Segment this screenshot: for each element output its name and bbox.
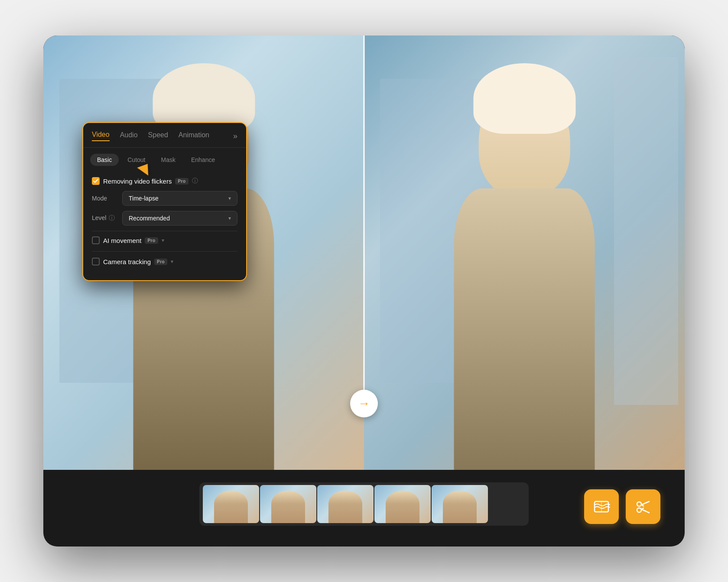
ai-movement-checkbox[interactable] xyxy=(92,236,100,244)
camera-tracking-checkbox[interactable] xyxy=(92,258,100,265)
removing-flickers-info-icon[interactable]: ⓘ xyxy=(192,177,198,185)
tab-animation[interactable]: Animation xyxy=(179,131,209,141)
timeline-thumb-5[interactable] xyxy=(432,485,488,523)
sub-tab-cutout[interactable]: Cutout xyxy=(120,154,152,166)
video-right-panel xyxy=(364,36,685,470)
svg-line-7 xyxy=(641,508,644,509)
level-select[interactable]: Recommended ▾ xyxy=(122,211,237,226)
timeline-thumb-2[interactable] xyxy=(260,485,316,523)
scissors-icon xyxy=(634,498,652,515)
svg-point-3 xyxy=(637,508,641,512)
arrow-right-icon: → xyxy=(358,397,370,411)
camera-tracking-row: Camera tracking Pro ▾ xyxy=(92,258,237,265)
more-tabs-button[interactable]: » xyxy=(233,132,237,141)
mode-label: Mode xyxy=(92,195,118,202)
camera-tracking-pro-badge: Pro xyxy=(154,259,167,265)
cut-button[interactable] xyxy=(626,489,660,524)
panel-tabs: Video Audio Speed Animation » xyxy=(83,123,246,148)
mode-chevron-icon: ▾ xyxy=(228,195,231,201)
timeline-strip[interactable] xyxy=(199,482,529,526)
ai-movement-label: AI movement xyxy=(103,237,141,244)
mode-select[interactable]: Time-lapse ▾ xyxy=(122,191,237,206)
enhance-button[interactable] xyxy=(584,489,619,524)
level-label-text: Level xyxy=(92,214,106,221)
ai-movement-row: AI movement Pro ▾ xyxy=(92,236,237,244)
split-line xyxy=(364,36,365,405)
svg-line-5 xyxy=(641,509,649,513)
properties-panel: Video Audio Speed Animation » Basic Cuto… xyxy=(82,122,247,281)
action-buttons-container xyxy=(584,489,660,524)
level-field-row: Level ⓘ Recommended ▾ xyxy=(92,211,237,226)
ai-movement-chevron[interactable]: ▾ xyxy=(162,237,164,243)
camera-tracking-chevron[interactable]: ▾ xyxy=(171,259,173,265)
removing-flickers-checkbox[interactable] xyxy=(92,177,100,185)
tab-video[interactable]: Video xyxy=(92,131,110,141)
level-chevron-icon: ▾ xyxy=(228,215,231,221)
removing-flickers-label: Removing video flickers xyxy=(103,178,172,185)
sub-tab-basic[interactable]: Basic xyxy=(90,154,119,166)
ai-movement-pro-badge: Pro xyxy=(145,237,158,244)
video-preview: → xyxy=(43,36,685,546)
tab-audio[interactable]: Audio xyxy=(120,131,138,141)
level-label: Level ⓘ xyxy=(92,214,118,222)
timeline-thumb-3[interactable] xyxy=(317,485,374,523)
sub-tab-enhance[interactable]: Enhance xyxy=(184,154,222,166)
panel-sub-tabs: Basic Cutout Mask Enhance xyxy=(83,148,246,172)
app-container: → xyxy=(43,36,685,546)
sub-tab-mask[interactable]: Mask xyxy=(154,154,182,166)
level-value: Recommended xyxy=(129,215,170,222)
removing-flickers-pro-badge: Pro xyxy=(175,178,188,184)
check-icon xyxy=(93,179,98,183)
enhance-icon xyxy=(593,498,610,515)
timeline-thumb-4[interactable] xyxy=(374,485,431,523)
compare-arrow-button[interactable]: → xyxy=(350,390,378,417)
svg-point-2 xyxy=(637,502,641,506)
timeline-thumb-1[interactable] xyxy=(203,485,259,523)
removing-flickers-row: Removing video flickers Pro ⓘ xyxy=(92,177,237,185)
mode-value: Time-lapse xyxy=(129,195,159,202)
camera-tracking-label: Camera tracking xyxy=(103,258,151,265)
tab-speed[interactable]: Speed xyxy=(148,131,168,141)
svg-line-6 xyxy=(641,505,644,506)
panel-content: Removing video flickers Pro ⓘ Mode Time-… xyxy=(83,172,246,280)
svg-line-4 xyxy=(641,501,649,505)
section-divider-1 xyxy=(92,231,237,231)
mode-field-row: Mode Time-lapse ▾ xyxy=(92,191,237,206)
section-divider-2 xyxy=(92,251,237,252)
level-info-icon[interactable]: ⓘ xyxy=(109,214,115,221)
